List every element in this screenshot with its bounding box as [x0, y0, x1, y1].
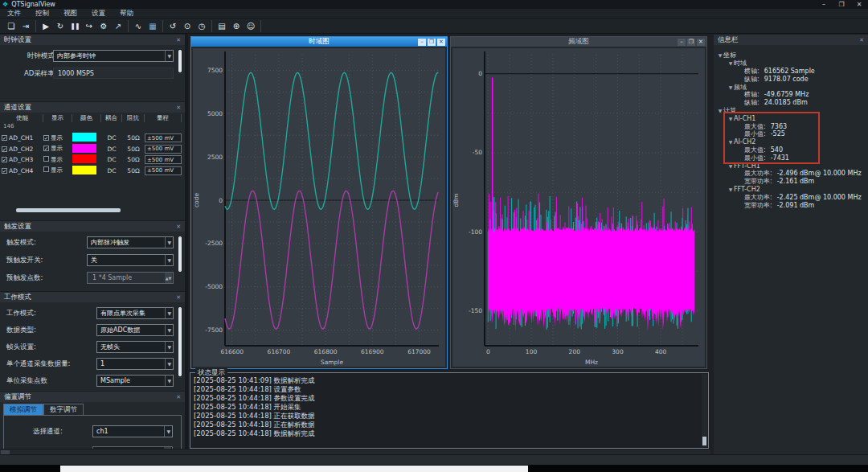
tree-item[interactable]: ▼计算 [717, 107, 865, 115]
menu-item-帮助[interactable]: 帮助 [113, 9, 141, 18]
menu-item-视图[interactable]: 视图 [56, 9, 84, 18]
menu-item-控制[interactable]: 控制 [28, 9, 56, 18]
tree-expand-icon[interactable]: ▼ [727, 163, 734, 169]
tree-item[interactable]: ▼AI-CH2 [717, 138, 865, 146]
table-row[interactable]: ✓AD_CH4显示DC50Ω±500 mV [2, 166, 183, 177]
tree-item[interactable]: ▼频域 [717, 83, 865, 91]
menu-item-文件[interactable]: 文件 [0, 9, 28, 18]
tree-item[interactable]: 最大功率:-2.496 dBm@ 10.000 MHz [717, 170, 865, 178]
status-scrollbar[interactable] [702, 374, 707, 447]
horizontal-scrollbar-thumb[interactable] [16, 208, 121, 212]
tree-expand-icon[interactable]: ▼ [727, 116, 734, 121]
scrollbar-thumb[interactable] [178, 307, 182, 376]
display-checkbox[interactable]: ✓ [43, 146, 49, 151]
tree-item[interactable]: 宽带功率:-2.091 dBm [717, 201, 865, 209]
time-window-titlebar[interactable]: 时域图 – ❐ ✕ [191, 37, 447, 47]
time-domain-plot[interactable]: 7500500025000-2500-5000-7500616600616700… [193, 48, 445, 367]
tree-item[interactable]: 纵轴:24.0185 dBm [717, 99, 865, 107]
scrollbar-thumb[interactable] [178, 236, 182, 272]
channel-color-swatch[interactable] [72, 154, 96, 163]
range-combobox[interactable]: ±500 mV [145, 155, 182, 164]
tab-digital-adjust[interactable]: 数字调节 [43, 404, 84, 415]
close-icon[interactable]: ✕ [859, 37, 864, 43]
scrollbar-thumb[interactable] [178, 50, 182, 72]
display-checkbox[interactable] [43, 156, 49, 162]
pause-icon[interactable]: ❚❚ [68, 20, 82, 32]
enable-checkbox[interactable]: ✓ [2, 157, 7, 162]
tree-item[interactable]: 最小值:-525 [717, 130, 865, 138]
timer-off-icon[interactable]: ◷ [194, 20, 209, 32]
close-button[interactable]: ✕ [437, 39, 445, 46]
play-icon[interactable]: ▶ [39, 20, 53, 32]
数据类型-combobox[interactable]: 原始ADC数据▼ [96, 324, 174, 336]
range-combobox[interactable]: ±500 mV [145, 145, 182, 154]
gear-icon[interactable]: ⚙ [96, 20, 111, 32]
share-icon[interactable]: ↗ [111, 20, 125, 32]
freq-domain-plot[interactable]: 0-50-100-1500100200300400MHzdBm [452, 48, 705, 367]
tree-item[interactable]: 最大值:540 [717, 146, 865, 154]
tree-item[interactable]: 宽带功率:-2.161 dBm [717, 178, 865, 186]
maximize-button[interactable]: ❐ [428, 39, 436, 46]
spinner-arrows-icon[interactable]: ▲▼ [165, 273, 172, 283]
globe-icon[interactable]: ⊕ [229, 20, 244, 32]
maximize-button[interactable]: ❐ [687, 39, 695, 46]
工作模式-combobox[interactable]: 有限点单次采集▼ [96, 307, 174, 319]
range-combobox[interactable]: ±500 mV [145, 133, 182, 142]
select-channel-combobox[interactable]: ch1 ▼ [92, 425, 173, 437]
display-checkbox[interactable] [43, 166, 49, 172]
tree-expand-icon[interactable]: ▼ [727, 187, 734, 192]
new-file-icon[interactable]: ❏ [4, 20, 18, 32]
tree-item[interactable]: ▼时域 [717, 60, 865, 68]
loop-icon[interactable]: ↻ [53, 20, 68, 32]
channel-color-swatch[interactable] [72, 144, 96, 153]
enable-checkbox[interactable]: ✓ [2, 135, 7, 141]
单位采集点数-combobox[interactable]: MSample▼ [96, 375, 174, 387]
menu-item-设置[interactable]: 设置 [84, 9, 113, 18]
tree-item[interactable]: 最大功率:-2.425 dBm@ 10.000 MHz [717, 193, 865, 201]
tree-expand-icon[interactable]: ▼ [717, 108, 723, 113]
waveform-icon[interactable]: ∿ [131, 20, 145, 32]
close-icon[interactable]: ✕ [176, 294, 181, 301]
table-row[interactable]: ✓AD_CH1✓显示DC50Ω±500 mV [2, 133, 183, 144]
horizontal-scrollbar[interactable] [0, 449, 710, 454]
close-button[interactable]: ✕ [697, 39, 705, 46]
close-icon[interactable]: ✕ [176, 394, 181, 400]
tree-item[interactable]: ▼FFT-CH1 [717, 162, 865, 170]
tree-expand-icon[interactable]: ▼ [727, 60, 734, 66]
tree-expand-icon[interactable]: ▼ [717, 52, 723, 58]
grid-icon[interactable]: ▦ [145, 20, 160, 32]
channel-color-swatch[interactable] [72, 166, 96, 174]
minimize-button[interactable]: – [815, 1, 833, 8]
table-row[interactable]: ✓AD_CH2✓显示DC50Ω±500 mV [2, 144, 183, 155]
freq-window-titlebar[interactable]: 频域图 – ❐ ✕ [451, 37, 706, 47]
scrollbar-thumb[interactable] [702, 437, 706, 445]
table-row[interactable]: ✓AD_CH3显示DC50Ω±500 mV [2, 154, 183, 166]
预触发开关-combobox[interactable]: 关▼ [87, 254, 174, 266]
预触发点数-spinbox[interactable]: 1 *4 Sample▲▼ [87, 272, 174, 284]
enable-checkbox[interactable]: ✓ [2, 168, 7, 174]
display-checkbox[interactable]: ✓ [43, 135, 49, 141]
maximize-button[interactable]: ❐ [833, 1, 850, 8]
tree-item[interactable]: 最大值:7363 [717, 122, 865, 130]
tree-item[interactable]: 横轴:616562 Sample [717, 68, 865, 76]
tree-item[interactable]: ▼AI-CH1 [717, 114, 865, 122]
minimize-button[interactable]: – [678, 39, 686, 46]
close-icon[interactable]: ✕ [176, 37, 181, 43]
close-icon[interactable]: ✕ [176, 224, 181, 230]
power-icon[interactable]: ⊙ [180, 20, 194, 32]
minimize-button[interactable]: – [418, 39, 426, 46]
close-button[interactable]: ✕ [850, 1, 868, 8]
save-image-icon[interactable]: ▤ [215, 20, 229, 32]
history-icon[interactable]: ↺ [166, 20, 180, 32]
range-combobox[interactable]: ±500 mV [145, 166, 182, 175]
tree-item[interactable]: 横轴:-49.6759 MHz [717, 91, 865, 99]
tree-item[interactable]: 最小值:-7431 [717, 154, 865, 162]
clock-mode-combobox[interactable]: 内部参考时钟 ▼ [53, 50, 174, 62]
freq-plot-container[interactable]: 0-50-100-1500100200300400MHzdBm [451, 47, 706, 368]
tree-item[interactable]: ▼FFT-CH2 [717, 186, 865, 194]
time-plot-container[interactable]: 7500500025000-2500-5000-7500616600616700… [191, 47, 447, 368]
帧头设置-combobox[interactable]: 无帧头▼ [96, 341, 174, 353]
tab-analog-adjust[interactable]: 模拟调节 [3, 404, 43, 415]
单个通道采集数据量-combobox[interactable]: 1▼ [96, 358, 174, 370]
触发模式-combobox[interactable]: 内部脉冲触发▼ [87, 236, 174, 248]
